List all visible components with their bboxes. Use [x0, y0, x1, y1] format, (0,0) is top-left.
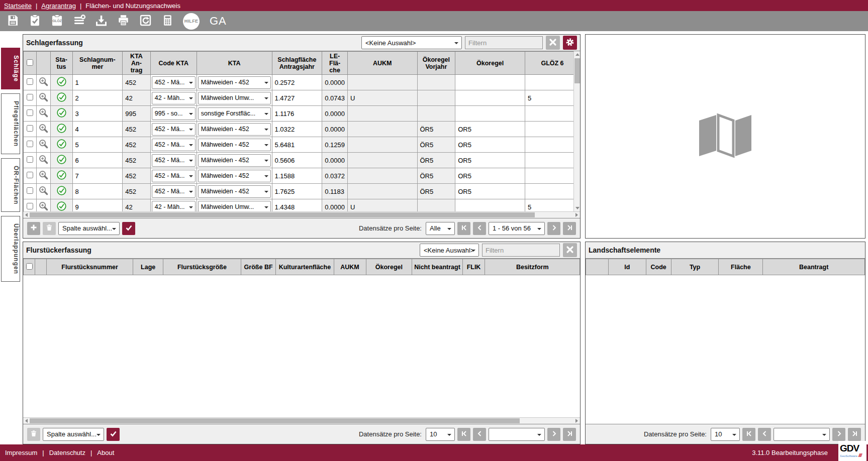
- cell-select-kta[interactable]: Mähweiden - 452: [198, 185, 271, 198]
- zoom-to-row-button[interactable]: [38, 112, 49, 120]
- schlag-page-size-select[interactable]: Alle: [426, 222, 455, 235]
- schlag-vertical-scrollbar[interactable]: [573, 51, 580, 211]
- row-select-checkbox[interactable]: [27, 203, 33, 209]
- scroll-down-arrow[interactable]: [574, 205, 581, 211]
- calculator-button[interactable]: [160, 14, 175, 29]
- row-select-checkbox[interactable]: [27, 125, 33, 132]
- list-remove-button[interactable]: [71, 14, 86, 29]
- row-select-checkbox[interactable]: [27, 187, 33, 194]
- cell-gloez[interactable]: [525, 75, 580, 90]
- flur-filter-select[interactable]: <Keine Auswahl>: [420, 244, 479, 257]
- cell-select-kta[interactable]: Mähweiden Umw...: [198, 201, 271, 212]
- cell-select-kta[interactable]: sonstige Forstfläc...: [198, 107, 271, 120]
- add-row-button[interactable]: [27, 222, 40, 235]
- scroll-right-arrow[interactable]: [573, 212, 580, 218]
- schlag-filter-input[interactable]: [465, 36, 543, 49]
- cell-oekoregel[interactable]: [455, 75, 525, 90]
- last-page-button[interactable]: [563, 222, 576, 235]
- schlag-page-range-select[interactable]: 1 - 56 von 56: [489, 222, 545, 235]
- flur-clear-filter-button[interactable]: [563, 243, 577, 257]
- breadcrumb-agrarantrag[interactable]: Agrarantrag: [41, 2, 76, 10]
- zoom-to-row-button[interactable]: [38, 128, 49, 135]
- prev-page-button[interactable]: [473, 222, 486, 235]
- cell-select-kta[interactable]: Mähweiden - 452: [198, 76, 271, 89]
- download-button[interactable]: [93, 14, 109, 29]
- cell-oekoregel[interactable]: OR5: [455, 184, 525, 199]
- prev-page-button[interactable]: [758, 428, 771, 441]
- first-page-button[interactable]: [457, 222, 470, 235]
- scroll-left-arrow[interactable]: [23, 418, 30, 424]
- row-select-checkbox[interactable]: [27, 94, 33, 100]
- cell-oekoregel[interactable]: OR5: [455, 137, 525, 153]
- about-link[interactable]: About: [97, 449, 114, 456]
- scroll-up-arrow[interactable]: [574, 51, 581, 58]
- cell-select-code_kta[interactable]: 452 - Mä...: [152, 154, 196, 167]
- cell-oekoregel[interactable]: [455, 106, 525, 122]
- flur-filter-input[interactable]: [482, 244, 560, 257]
- cell-select-code_kta[interactable]: 42 - Mäh...: [152, 92, 196, 104]
- land-page-range-select[interactable]: [774, 428, 830, 441]
- map-panel[interactable]: [585, 34, 865, 239]
- sidebar-tab-ör-flächen[interactable]: ÖR-Flächen: [1, 158, 20, 212]
- cell-select-code_kta[interactable]: 452 - Mä...: [152, 123, 196, 136]
- row-select-checkbox[interactable]: [27, 172, 33, 178]
- next-page-button[interactable]: [547, 222, 560, 235]
- scroll-thumb[interactable]: [574, 58, 580, 83]
- cell-select-kta[interactable]: Mähweiden - 452: [198, 154, 271, 167]
- flur-page-range-select[interactable]: [489, 428, 545, 441]
- cell-select-code_kta[interactable]: 452 - Mä...: [152, 139, 196, 151]
- cell-select-code_kta[interactable]: 452 - Mä...: [152, 76, 196, 89]
- cell-oekoregel[interactable]: OR5: [455, 153, 525, 168]
- cell-gloez[interactable]: [525, 122, 580, 137]
- first-page-button[interactable]: [457, 428, 470, 441]
- scroll-right-arrow[interactable]: [573, 418, 580, 424]
- cell-oekoregel[interactable]: [455, 199, 525, 212]
- cell-gloez[interactable]: [525, 106, 580, 122]
- row-select-checkbox[interactable]: [27, 141, 33, 147]
- cell-select-code_kta[interactable]: 452 - Mä...: [152, 170, 196, 182]
- select-all-checkbox[interactable]: [26, 263, 33, 270]
- zoom-to-row-button[interactable]: [38, 96, 49, 104]
- cell-oekoregel[interactable]: OR5: [455, 122, 525, 137]
- cell-gloez[interactable]: [525, 168, 580, 184]
- scroll-thumb[interactable]: [30, 418, 520, 423]
- schlag-column-select[interactable]: Spalte auswähl...: [58, 222, 120, 235]
- sidebar-tab-überlappungen[interactable]: Überlappungen: [1, 216, 20, 282]
- cell-gloez[interactable]: 5: [525, 90, 580, 106]
- zoom-to-row-button[interactable]: [38, 159, 49, 166]
- cell-select-kta[interactable]: Mähweiden - 452: [198, 123, 271, 136]
- schlag-filter-select[interactable]: <Keine Auswahl>: [361, 36, 462, 49]
- datenschutz-link[interactable]: Datenschutz: [49, 449, 85, 456]
- cell-select-kta[interactable]: Mähweiden Umw...: [198, 92, 271, 104]
- help-button[interactable]: HILFE: [183, 13, 200, 30]
- scroll-left-arrow[interactable]: [23, 212, 30, 218]
- cell-gloez[interactable]: [525, 184, 580, 199]
- delete-row-button[interactable]: [43, 222, 56, 235]
- prev-page-button[interactable]: [473, 428, 486, 441]
- apply-column-button[interactable]: [122, 222, 135, 235]
- zoom-to-row-button[interactable]: [38, 174, 49, 182]
- apply-column-button[interactable]: [107, 428, 120, 441]
- first-page-button[interactable]: [742, 428, 755, 441]
- schlag-settings-button[interactable]: [563, 36, 577, 50]
- cell-select-code_kta[interactable]: 995 - so...: [152, 107, 196, 120]
- gloez-clipboard-button[interactable]: GLÖZ: [49, 14, 64, 29]
- flur-horizontal-scrollbar[interactable]: [23, 417, 580, 424]
- zoom-to-row-button[interactable]: [38, 205, 49, 211]
- cell-select-code_kta[interactable]: 42 - Mäh...: [152, 201, 196, 212]
- row-select-checkbox[interactable]: [27, 109, 33, 116]
- next-page-button[interactable]: [832, 428, 845, 441]
- cell-oekoregel[interactable]: [455, 90, 525, 106]
- zoom-to-row-button[interactable]: [38, 190, 49, 197]
- last-page-button[interactable]: [848, 428, 861, 441]
- row-select-checkbox[interactable]: [27, 156, 33, 163]
- cell-gloez[interactable]: [525, 137, 580, 153]
- row-select-checkbox[interactable]: [27, 78, 33, 85]
- schlag-horizontal-scrollbar[interactable]: [23, 211, 580, 218]
- flur-column-select[interactable]: Spalte auswähl...: [43, 428, 104, 441]
- schlag-clear-filter-button[interactable]: [546, 36, 560, 50]
- zoom-to-row-button[interactable]: [38, 81, 49, 88]
- sidebar-tab-schläge[interactable]: Schläge: [1, 48, 20, 89]
- cell-select-kta[interactable]: Mähweiden - 452: [198, 170, 271, 182]
- cell-select-kta[interactable]: Mähweiden - 452: [198, 139, 271, 151]
